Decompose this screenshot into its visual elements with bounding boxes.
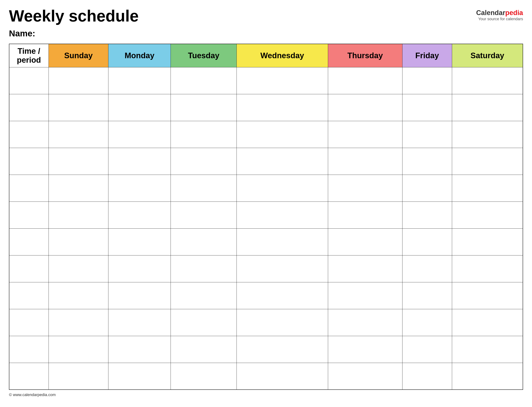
table-cell[interactable] xyxy=(402,363,452,390)
table-cell[interactable] xyxy=(48,309,108,336)
table-cell[interactable] xyxy=(402,175,452,202)
table-cell[interactable] xyxy=(328,67,402,94)
table-cell[interactable] xyxy=(48,363,108,390)
table-cell[interactable] xyxy=(402,309,452,336)
table-cell[interactable] xyxy=(9,309,48,336)
table-cell[interactable] xyxy=(108,336,171,363)
table-cell[interactable] xyxy=(108,67,171,94)
table-cell[interactable] xyxy=(9,175,48,202)
table-cell[interactable] xyxy=(9,228,48,255)
table-cell[interactable] xyxy=(328,202,402,228)
table-cell[interactable] xyxy=(328,282,402,309)
table-cell[interactable] xyxy=(171,282,236,309)
table-cell[interactable] xyxy=(9,255,48,282)
table-cell[interactable] xyxy=(48,67,108,94)
table-cell[interactable] xyxy=(236,282,328,309)
table-cell[interactable] xyxy=(9,282,48,309)
table-cell[interactable] xyxy=(236,336,328,363)
table-cell[interactable] xyxy=(402,228,452,255)
table-cell[interactable] xyxy=(402,67,452,94)
table-cell[interactable] xyxy=(236,121,328,148)
table-cell[interactable] xyxy=(452,336,523,363)
table-cell[interactable] xyxy=(452,255,523,282)
table-cell[interactable] xyxy=(48,336,108,363)
table-cell[interactable] xyxy=(171,121,236,148)
table-cell[interactable] xyxy=(452,175,523,202)
table-cell[interactable] xyxy=(328,309,402,336)
table-cell[interactable] xyxy=(236,148,328,175)
table-cell[interactable] xyxy=(48,94,108,121)
table-cell[interactable] xyxy=(402,202,452,228)
table-cell[interactable] xyxy=(108,202,171,228)
table-cell[interactable] xyxy=(402,94,452,121)
table-cell[interactable] xyxy=(108,175,171,202)
table-cell[interactable] xyxy=(9,121,48,148)
table-cell[interactable] xyxy=(108,148,171,175)
table-cell[interactable] xyxy=(9,336,48,363)
table-cell[interactable] xyxy=(452,202,523,228)
table-cell[interactable] xyxy=(171,202,236,228)
table-cell[interactable] xyxy=(171,228,236,255)
table-cell[interactable] xyxy=(9,94,48,121)
table-cell[interactable] xyxy=(171,309,236,336)
table-cell[interactable] xyxy=(48,228,108,255)
table-cell[interactable] xyxy=(48,282,108,309)
table-cell[interactable] xyxy=(236,309,328,336)
table-cell[interactable] xyxy=(108,309,171,336)
table-cell[interactable] xyxy=(328,175,402,202)
table-cell[interactable] xyxy=(236,67,328,94)
table-cell[interactable] xyxy=(452,67,523,94)
table-cell[interactable] xyxy=(452,121,523,148)
table-cell[interactable] xyxy=(452,148,523,175)
table-cell[interactable] xyxy=(402,148,452,175)
table-cell[interactable] xyxy=(108,255,171,282)
table-cell[interactable] xyxy=(328,228,402,255)
table-cell[interactable] xyxy=(171,255,236,282)
table-cell[interactable] xyxy=(452,94,523,121)
table-cell[interactable] xyxy=(328,255,402,282)
table-cell[interactable] xyxy=(328,363,402,390)
table-cell[interactable] xyxy=(108,228,171,255)
table-cell[interactable] xyxy=(9,67,48,94)
table-cell[interactable] xyxy=(402,336,452,363)
table-cell[interactable] xyxy=(236,202,328,228)
table-cell[interactable] xyxy=(328,121,402,148)
table-cell[interactable] xyxy=(171,175,236,202)
table-cell[interactable] xyxy=(108,363,171,390)
table-cell[interactable] xyxy=(452,228,523,255)
table-row xyxy=(9,336,523,363)
table-cell[interactable] xyxy=(171,67,236,94)
table-cell[interactable] xyxy=(171,336,236,363)
table-cell[interactable] xyxy=(171,148,236,175)
table-cell[interactable] xyxy=(328,94,402,121)
table-cell[interactable] xyxy=(402,255,452,282)
table-cell[interactable] xyxy=(452,282,523,309)
table-cell[interactable] xyxy=(452,309,523,336)
table-cell[interactable] xyxy=(9,148,48,175)
table-cell[interactable] xyxy=(236,228,328,255)
table-cell[interactable] xyxy=(171,363,236,390)
table-row xyxy=(9,228,523,255)
table-cell[interactable] xyxy=(402,121,452,148)
table-cell[interactable] xyxy=(452,363,523,390)
table-cell[interactable] xyxy=(236,94,328,121)
col-header-thursday: Thursday xyxy=(328,44,402,67)
table-cell[interactable] xyxy=(48,148,108,175)
table-cell[interactable] xyxy=(236,255,328,282)
table-cell[interactable] xyxy=(328,336,402,363)
table-cell[interactable] xyxy=(9,202,48,228)
table-cell[interactable] xyxy=(48,202,108,228)
table-cell[interactable] xyxy=(171,94,236,121)
table-cell[interactable] xyxy=(9,363,48,390)
table-cell[interactable] xyxy=(48,121,108,148)
table-cell[interactable] xyxy=(402,282,452,309)
table-cell[interactable] xyxy=(48,175,108,202)
table-cell[interactable] xyxy=(108,282,171,309)
table-cell[interactable] xyxy=(108,121,171,148)
table-cell[interactable] xyxy=(236,175,328,202)
footer: © www.calendarpedia.com xyxy=(9,392,523,397)
table-cell[interactable] xyxy=(236,363,328,390)
table-cell[interactable] xyxy=(108,94,171,121)
table-cell[interactable] xyxy=(48,255,108,282)
table-cell[interactable] xyxy=(328,148,402,175)
